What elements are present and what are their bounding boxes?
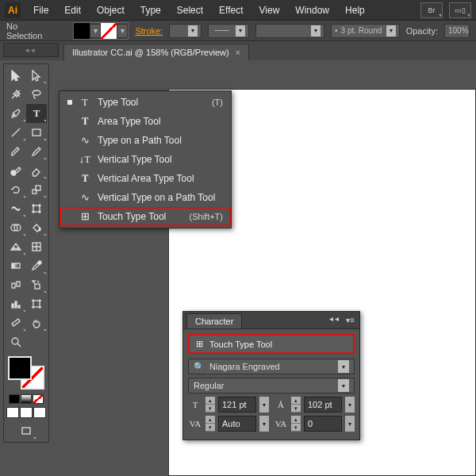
fill-indicator[interactable] bbox=[8, 356, 32, 380]
color-mode-gradient[interactable] bbox=[21, 394, 32, 404]
menu-file[interactable]: File bbox=[27, 2, 55, 19]
stroke-dropdown[interactable]: ▾ bbox=[117, 24, 128, 38]
flyout-type-tool[interactable]: T Type Tool(T) bbox=[60, 93, 231, 112]
kerning-icon: VA bbox=[188, 416, 202, 431]
kerning-stepper[interactable]: ▴▾ bbox=[205, 416, 215, 432]
rotate-tool[interactable] bbox=[6, 180, 26, 199]
kerning-dropdown[interactable]: ▾ bbox=[259, 416, 269, 432]
line-segment-tool[interactable] bbox=[6, 123, 26, 142]
draw-mode-normal[interactable] bbox=[6, 407, 19, 418]
flyout-vertical-type-on-path-tool[interactable]: ∿ Vertical Type on a Path Tool bbox=[60, 188, 231, 207]
width-tool[interactable] bbox=[6, 199, 26, 218]
font-size-stepper[interactable]: ▴▾ bbox=[205, 397, 215, 413]
svg-point-9 bbox=[39, 205, 40, 206]
symbol-sprayer-tool[interactable] bbox=[26, 275, 47, 294]
close-icon[interactable]: × bbox=[236, 48, 240, 57]
svg-point-0 bbox=[33, 90, 40, 95]
font-size-field[interactable]: T ▴▾ 121 pt ▾ bbox=[188, 397, 269, 413]
perspective-grid-tool[interactable] bbox=[6, 237, 26, 256]
font-style-field[interactable]: Regular▾ bbox=[188, 378, 355, 393]
pen-tool[interactable] bbox=[6, 104, 26, 123]
slice-tool[interactable] bbox=[6, 313, 26, 332]
variable-width-profile[interactable]: ▾ bbox=[208, 24, 250, 38]
type-tool[interactable]: T bbox=[26, 104, 47, 123]
menu-object[interactable]: Object bbox=[90, 2, 131, 19]
fill-swatch[interactable] bbox=[74, 23, 90, 39]
color-mode-none[interactable] bbox=[33, 394, 44, 404]
document-tab[interactable]: Illustrator CC.ai @ 158% (RGB/Preview) × bbox=[63, 44, 249, 60]
tracking-field[interactable]: VA ▴▾ 0 ▾ bbox=[274, 416, 355, 432]
magic-wand-tool[interactable] bbox=[6, 85, 26, 104]
artboard-tool[interactable] bbox=[26, 294, 47, 313]
menu-select[interactable]: Select bbox=[171, 2, 209, 19]
flyout-area-type-tool[interactable]: 𝐓 Area Type Tool bbox=[60, 112, 231, 131]
menu-type[interactable]: Type bbox=[134, 2, 167, 19]
control-bar: No Selection ▾ ▾ Stroke: ▾ ▾ ▾ • 3 pt. R… bbox=[0, 21, 476, 41]
tracking-dropdown[interactable]: ▾ bbox=[345, 416, 355, 432]
flyout-vertical-area-type-tool[interactable]: 𝐓 Vertical Area Type Tool bbox=[60, 169, 231, 188]
eyedropper-tool[interactable] bbox=[26, 256, 47, 275]
lasso-tool[interactable] bbox=[26, 85, 47, 104]
mesh-tool[interactable] bbox=[26, 237, 47, 256]
leading-stepper[interactable]: ▴▾ bbox=[291, 397, 301, 413]
paintbrush-tool[interactable] bbox=[6, 142, 26, 161]
blend-tool[interactable] bbox=[6, 275, 26, 294]
fill-stroke-swatch[interactable]: ▾ ▾ bbox=[73, 22, 129, 40]
live-paint-bucket-tool[interactable] bbox=[26, 218, 47, 237]
opacity-field[interactable]: 100% bbox=[444, 24, 470, 38]
pencil-tool[interactable] bbox=[26, 142, 47, 161]
color-mode-solid[interactable] bbox=[9, 394, 20, 404]
flyout-touch-type-tool[interactable]: ⊞ Touch Type Tool(Shift+T) bbox=[60, 207, 231, 226]
menu-bar: Ai File Edit Object Type Select Effect V… bbox=[0, 0, 476, 21]
direct-selection-tool[interactable] bbox=[26, 66, 47, 85]
menu-edit[interactable]: Edit bbox=[58, 2, 87, 19]
menu-effect[interactable]: Effect bbox=[213, 2, 249, 19]
workspace-switcher[interactable]: ▭▯ bbox=[449, 2, 471, 18]
panel-menu-icon[interactable]: ▾≡ bbox=[346, 316, 355, 324]
flyout-type-on-path-tool[interactable]: ∿ Type on a Path Tool bbox=[60, 131, 231, 150]
screen-mode-button[interactable] bbox=[16, 421, 36, 440]
svg-rect-23 bbox=[33, 301, 40, 307]
leading-dropdown[interactable]: ▾ bbox=[345, 397, 355, 413]
font-size-dropdown[interactable]: ▾ bbox=[259, 397, 269, 413]
brush-preset[interactable]: • 3 pt. Round▾ bbox=[331, 24, 400, 38]
panel-collapse-handle[interactable]: ◂◂ bbox=[3, 43, 59, 57]
stroke-swatch[interactable] bbox=[101, 23, 117, 39]
scale-tool[interactable] bbox=[26, 180, 47, 199]
svg-rect-17 bbox=[12, 283, 15, 288]
menu-help[interactable]: Help bbox=[339, 2, 371, 19]
eraser-tool[interactable] bbox=[26, 161, 47, 180]
leading-field[interactable]: Å ▴▾ 102 pt ▾ bbox=[274, 397, 355, 413]
stroke-weight-field[interactable]: ▾ bbox=[169, 24, 202, 38]
blob-brush-tool[interactable] bbox=[6, 161, 26, 180]
menu-view[interactable]: View bbox=[253, 2, 286, 19]
leading-icon: Å bbox=[274, 397, 288, 412]
color-mode-row bbox=[6, 394, 47, 404]
font-family-field[interactable]: 🔍 Niagara Engraved▾ bbox=[188, 359, 355, 374]
svg-rect-18 bbox=[17, 282, 20, 286]
bridge-button[interactable]: Br bbox=[420, 2, 443, 18]
column-graph-tool[interactable] bbox=[6, 294, 26, 313]
touch-type-button[interactable]: ⊞ Touch Type Tool bbox=[188, 334, 355, 354]
free-transform-tool[interactable] bbox=[26, 199, 47, 218]
zoom-tool[interactable] bbox=[6, 332, 26, 351]
stroke-label[interactable]: Stroke: bbox=[135, 26, 163, 36]
menu-window[interactable]: Window bbox=[289, 2, 336, 19]
fill-stroke-indicator[interactable] bbox=[6, 355, 46, 391]
document-title: Illustrator CC.ai @ 158% (RGB/Preview) bbox=[72, 48, 229, 57]
draw-mode-inside[interactable] bbox=[33, 407, 46, 418]
kerning-field[interactable]: VA ▴▾ Auto ▾ bbox=[188, 416, 269, 432]
character-tab[interactable]: Character bbox=[186, 313, 242, 328]
panel-collapse-icon[interactable]: ◂◂ bbox=[329, 314, 340, 323]
hand-tool[interactable] bbox=[26, 313, 47, 332]
rectangle-tool[interactable] bbox=[26, 123, 47, 142]
draw-mode-behind[interactable] bbox=[20, 407, 33, 418]
gradient-tool[interactable] bbox=[6, 256, 26, 275]
flyout-vertical-type-tool[interactable]: ↓T Vertical Type Tool bbox=[60, 150, 231, 169]
brush-definition[interactable]: ▾ bbox=[255, 24, 324, 38]
svg-rect-20 bbox=[12, 304, 13, 308]
fill-dropdown[interactable]: ▾ bbox=[90, 24, 101, 38]
shape-builder-tool[interactable] bbox=[6, 218, 26, 237]
selection-tool[interactable] bbox=[6, 66, 26, 85]
tracking-stepper[interactable]: ▴▾ bbox=[291, 416, 301, 432]
